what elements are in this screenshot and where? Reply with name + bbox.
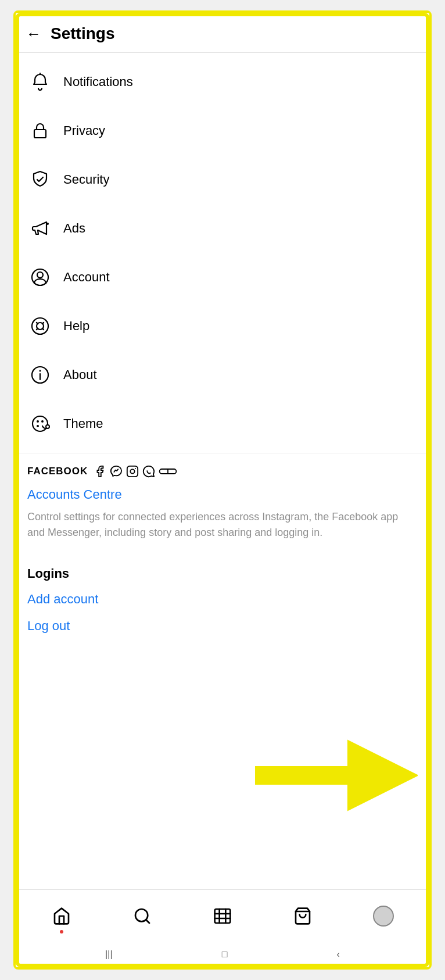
whatsapp-icon <box>142 465 155 478</box>
lifebuoy-icon <box>27 313 53 339</box>
logins-section: Logins Add account Log out <box>16 560 429 651</box>
reels-icon <box>213 907 232 925</box>
system-bar: ||| □ ‹ <box>16 942 429 967</box>
security-label: Security <box>63 172 109 187</box>
bell-icon <box>27 69 53 95</box>
privacy-label: Privacy <box>63 123 105 138</box>
help-label: Help <box>63 319 89 334</box>
theme-label: Theme <box>63 416 103 431</box>
facebook-section: FACEBOOK <box>16 453 429 560</box>
svg-point-21 <box>135 468 136 469</box>
info-circle-icon <box>27 362 53 388</box>
shield-check-icon <box>27 167 53 192</box>
svg-line-26 <box>146 920 149 923</box>
svg-point-2 <box>46 223 49 225</box>
notifications-label: Notifications <box>63 74 133 90</box>
svg-point-17 <box>37 425 39 427</box>
svg-point-4 <box>37 272 43 278</box>
facebook-brand-icons <box>94 465 177 478</box>
svg-rect-19 <box>127 466 138 477</box>
svg-point-16 <box>41 420 44 423</box>
facebook-icon <box>94 465 106 478</box>
bottom-nav-bar <box>16 889 429 942</box>
svg-rect-1 <box>34 130 46 138</box>
svg-point-20 <box>131 469 135 473</box>
menu-item-help[interactable]: Help <box>16 302 429 350</box>
menu-item-account[interactable]: Account <box>16 253 429 302</box>
back-button[interactable]: ← <box>26 26 41 41</box>
meta-icon <box>159 465 177 478</box>
home-dot <box>60 930 63 933</box>
facebook-header: FACEBOOK <box>27 465 418 478</box>
page-title: Settings <box>51 24 114 43</box>
accounts-centre-link[interactable]: Accounts Centre <box>27 487 418 502</box>
svg-point-14 <box>33 416 48 431</box>
svg-rect-27 <box>215 909 231 923</box>
square-icon: □ <box>222 949 228 960</box>
search-icon <box>133 907 152 925</box>
accounts-centre-description: Control settings for connected experienc… <box>27 509 418 541</box>
add-account-link[interactable]: Add account <box>27 592 418 607</box>
menu-item-theme[interactable]: Theme <box>16 399 429 448</box>
svg-point-5 <box>32 318 48 334</box>
logins-title: Logins <box>27 566 418 581</box>
nav-shop[interactable] <box>263 890 343 942</box>
menu-item-ads[interactable]: Ads <box>16 204 429 253</box>
svg-point-15 <box>37 420 39 423</box>
settings-header: ← Settings <box>16 13 429 53</box>
ads-label: Ads <box>63 221 85 236</box>
menu-item-about[interactable]: About <box>16 350 429 399</box>
facebook-label: FACEBOOK <box>27 466 88 477</box>
megaphone-icon <box>27 216 53 241</box>
chevron-left-icon: ‹ <box>337 949 340 960</box>
lock-icon <box>27 118 53 144</box>
menu-item-security[interactable]: Security <box>16 155 429 204</box>
lines-icon: ||| <box>105 949 112 960</box>
nav-profile[interactable] <box>343 890 424 942</box>
messenger-icon <box>110 465 123 478</box>
nav-home[interactable] <box>21 890 102 942</box>
profile-avatar <box>373 906 394 927</box>
log-out-link[interactable]: Log out <box>27 618 418 634</box>
menu-item-privacy[interactable]: Privacy <box>16 106 429 155</box>
settings-menu-list: Notifications Privacy Security <box>16 53 429 889</box>
home-icon <box>52 907 71 925</box>
nav-search[interactable] <box>102 890 182 942</box>
shop-icon <box>293 907 312 925</box>
svg-point-13 <box>40 370 41 372</box>
person-circle-icon <box>27 264 53 290</box>
svg-point-18 <box>46 425 49 428</box>
instagram-icon <box>126 465 139 478</box>
about-label: About <box>63 367 97 382</box>
menu-item-notifications[interactable]: Notifications <box>16 58 429 106</box>
account-label: Account <box>63 270 110 285</box>
nav-reels[interactable] <box>182 890 263 942</box>
palette-icon <box>27 411 53 437</box>
